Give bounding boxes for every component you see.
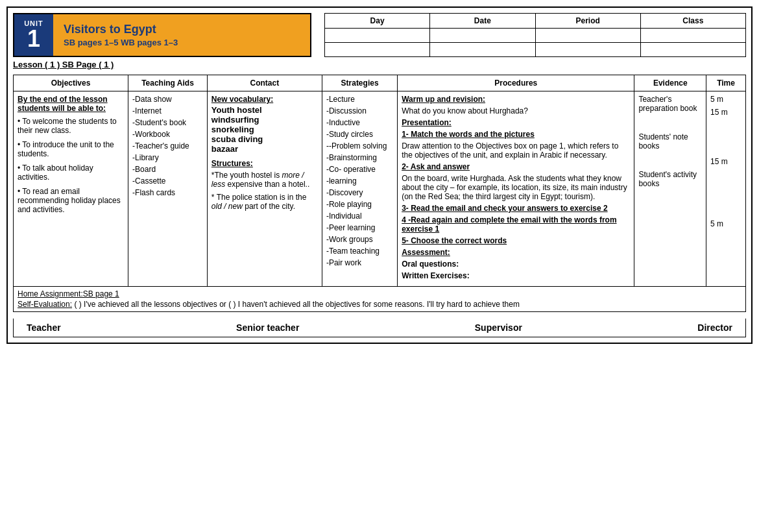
vocab-words: Youth hostelwindsurfingsnorkelingscuba d… xyxy=(211,105,318,154)
strategy-6: -Co- operative xyxy=(326,165,393,174)
objectives-content: By the end of the lesson students will b… xyxy=(18,95,124,214)
teaching-item-8: -Flash cards xyxy=(132,188,203,197)
sig-teacher: Teacher xyxy=(27,322,61,333)
info-table: Day Date Period Class xyxy=(324,13,746,57)
th-objectives: Objectives xyxy=(14,75,128,91)
info-row-2 xyxy=(325,43,746,57)
period-cell-1[interactable] xyxy=(535,29,640,43)
objective-4: • To read an email recommending holiday … xyxy=(18,187,124,214)
sig-senior-teacher: Senior teacher xyxy=(236,322,299,333)
strategy-5: -Brainstorming xyxy=(326,153,393,162)
oral-text: Oral questions: xyxy=(402,260,630,269)
th-strategies: Strategies xyxy=(322,75,397,91)
main-content-row: By the end of the lesson students will b… xyxy=(14,91,746,287)
col-day: Day xyxy=(325,14,430,29)
period-cell-2[interactable] xyxy=(535,43,640,57)
main-header-row: Objectives Teaching Aids Contact Strateg… xyxy=(14,75,746,91)
unit-number-block: UNIT 1 xyxy=(14,14,53,56)
strategy-4: --Problem solving xyxy=(326,141,393,151)
step2-text: On the board, write Hurghada. Ask the st… xyxy=(402,174,630,201)
procedures-cell: Warm up and revision: What do you know a… xyxy=(398,91,634,287)
strategy-10: -Individual xyxy=(326,212,393,221)
assess-title: Assessment: xyxy=(402,248,630,257)
lesson-line: Lesson ( 1 ) SB Page ( 1 ) xyxy=(13,60,311,69)
footer-self-eval: Self-Evaluation: ( ) I've achieved all t… xyxy=(18,300,741,309)
day-cell-2[interactable] xyxy=(325,43,430,57)
col-class: Class xyxy=(640,14,745,29)
th-teaching: Teaching Aids xyxy=(128,75,208,91)
vocab-title: New vocabulary: xyxy=(211,95,273,104)
step2-title: 2- Ask and answer xyxy=(402,162,630,171)
time-content: 5 m 15 m 15 m 5 m xyxy=(710,95,741,228)
strategy-13: -Team teaching xyxy=(326,247,393,256)
strategy-1: -Discussion xyxy=(326,106,393,115)
written-text: Written Exercises: xyxy=(402,271,630,280)
col-date: Date xyxy=(430,14,535,29)
contact-cell: New vocabulary: Youth hostelwindsurfings… xyxy=(207,91,322,287)
pres-title: Presentation: xyxy=(402,118,630,127)
header-right: Day Date Period Class xyxy=(324,13,746,57)
unit-pages: SB pages 1–5 WB pages 1–3 xyxy=(64,38,300,47)
th-contact: Contact xyxy=(207,75,322,91)
teaching-item-6: -Board xyxy=(132,165,203,174)
objective-1: • To welcome the students to their new c… xyxy=(18,117,124,135)
struct-text-1: *The youth hostel is more / less expensi… xyxy=(211,171,318,189)
step5-title: 5- Choose the correct words xyxy=(402,236,630,245)
warm-text: What do you know about Hurghada? xyxy=(402,106,630,115)
time-1: 15 m xyxy=(710,108,741,117)
step1-text: Draw attention to the Objectives box on … xyxy=(402,141,630,160)
time-0: 5 m xyxy=(710,95,741,104)
objective-2: • To introduce the unit to the students. xyxy=(18,140,124,158)
strategy-3: -Study circles xyxy=(326,130,393,139)
teaching-aids-cell: -Data show -Internet -Student's book -Wo… xyxy=(128,91,208,287)
date-cell-2[interactable] xyxy=(430,43,535,57)
evidence-1: Students' note books xyxy=(638,132,702,151)
unit-title: Visitors to Egypt xyxy=(64,23,300,36)
warm-title: Warm up and revision: xyxy=(402,95,630,104)
header-section: UNIT 1 Visitors to Egypt SB pages 1–5 WB… xyxy=(13,13,746,69)
col-period: Period xyxy=(535,14,640,29)
sig-director: Director xyxy=(697,322,732,333)
strategy-2: -Inductive xyxy=(326,118,393,127)
strategies-cell: -Lecture -Discussion -Inductive -Study c… xyxy=(322,91,397,287)
time-cell: 5 m 15 m 15 m 5 m xyxy=(706,91,746,287)
footer-assignment: Home Assignment:SB page 1 xyxy=(18,289,741,298)
signature-row: Teacher Senior teacher Supervisor Direct… xyxy=(13,319,746,337)
strategy-9: -Role playing xyxy=(326,200,393,209)
class-cell-1[interactable] xyxy=(640,29,745,43)
objective-3: • To talk about holiday activities. xyxy=(18,163,124,182)
teaching-item-0: -Data show xyxy=(132,95,203,104)
footer-section: Home Assignment:SB page 1 Self-Evaluatio… xyxy=(13,287,746,312)
objectives-intro: By the end of the lesson students will b… xyxy=(18,95,124,113)
time-2: 15 m xyxy=(710,157,741,166)
class-cell-2[interactable] xyxy=(640,43,745,57)
th-procedures: Procedures xyxy=(398,75,634,91)
strategy-8: -Discovery xyxy=(326,188,393,197)
strategy-14: -Pair work xyxy=(326,258,393,267)
sig-supervisor: Supervisor xyxy=(475,322,522,333)
th-evidence: Evidence xyxy=(634,75,706,91)
step4-title: 4 -Read again and complete the email wit… xyxy=(402,215,630,234)
strategy-12: -Work groups xyxy=(326,235,393,244)
th-time: Time xyxy=(706,75,746,91)
strategy-11: -Peer learning xyxy=(326,223,393,232)
time-3: 5 m xyxy=(710,219,741,228)
teaching-item-3: -Workbook xyxy=(132,130,203,139)
step3-title: 3- Read the email and check your answers… xyxy=(402,204,630,213)
contact-content: New vocabulary: Youth hostelwindsurfings… xyxy=(211,95,318,211)
evidence-2: Student's activity books xyxy=(638,170,702,188)
teaching-item-4: -Teacher's guide xyxy=(132,141,203,151)
evidence-cell: Teacher's preparation book Students' not… xyxy=(634,91,706,287)
info-row-1 xyxy=(325,29,746,43)
main-table: Objectives Teaching Aids Contact Strateg… xyxy=(13,75,746,287)
objectives-cell: By the end of the lesson students will b… xyxy=(14,91,128,287)
teaching-item-1: -Internet xyxy=(132,106,203,115)
struct-text-2: * The police station is in the old / new… xyxy=(211,193,318,211)
teaching-item-7: -Cassette xyxy=(132,176,203,186)
strategy-7: -learning xyxy=(326,176,393,186)
date-cell-1[interactable] xyxy=(430,29,535,43)
teaching-item-2: -Student's book xyxy=(132,118,203,127)
struct-title: Structures: xyxy=(211,159,318,168)
procedures-content: Warm up and revision: What do you know a… xyxy=(402,95,630,280)
day-cell-1[interactable] xyxy=(325,29,430,43)
